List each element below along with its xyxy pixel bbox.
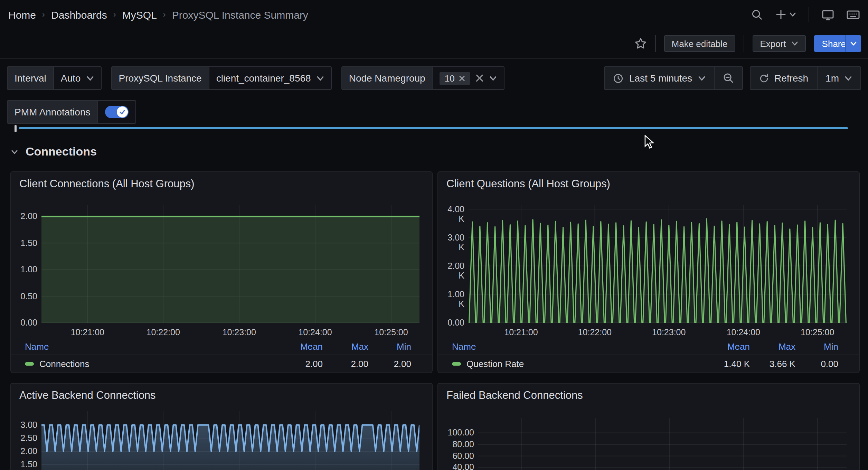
series-color-pill [452,362,461,365]
legend-col-min[interactable]: Min [368,341,411,351]
node-namegroup-label: Node Namegroup [342,67,433,89]
refresh-group: Refresh 1m [749,66,861,90]
panel-client-connections: Client Connections (All Host Groups) Nam… [10,171,433,373]
add-menu-button[interactable] [775,9,796,20]
favorite-button[interactable] [634,37,647,50]
refresh-icon [758,73,769,83]
y-axis-tick-label: 3.00 [12,420,37,430]
series-max: 2.00 [323,358,368,369]
node-namegroup-chip-value: 10 [445,73,455,83]
panel-title[interactable]: Client Connections (All Host Groups) [19,178,195,190]
legend-series[interactable]: Connections [25,358,267,369]
y-axis-tick-label: 0.00 [440,318,464,328]
export-button-label: Export [760,38,786,49]
panel-client-questions: Client Questions (All Host Groups) Name … [437,171,860,373]
pmm-annotations-label: PMM Annotations [8,101,98,123]
zoom-out-button[interactable] [714,67,742,89]
node-namegroup-variable: Node Namegroup 10 [341,66,504,90]
legend-col-name[interactable]: Name [452,341,695,351]
monitor-icon [822,9,834,20]
legend-col-max[interactable]: Max [323,341,368,351]
chevron-down-icon [789,11,796,18]
legend-col-name[interactable]: Name [25,341,267,351]
y-axis-tick-label: 2.00 [12,446,37,456]
x-axis-tick-label: 10:24:00 [719,328,767,337]
timeline-tick [15,125,17,132]
breadcrumb-home[interactable]: Home [8,9,36,20]
share-split-button: Share [814,35,861,52]
panel-active-backend-connections: Active Backend Connections 3.002.502.001… [10,383,433,470]
panel-title[interactable]: Active Backend Connections [19,389,156,402]
y-axis-tick-label: 40.00 [440,463,474,470]
y-axis-tick-label: 4.00 K [440,204,464,214]
proxysql-instance-select[interactable]: client_container_8568 [209,67,331,89]
annotation-timeline [19,127,848,129]
chart-client-questions[interactable] [469,205,847,323]
time-range-picker[interactable]: Last 5 minutes [605,67,714,89]
clear-selection-button[interactable] [475,74,484,82]
chart-active-backend-connections[interactable] [41,411,419,470]
x-axis-tick-label: 10:23:00 [215,328,263,337]
y-axis-tick-label: 1.50 [12,238,37,248]
node-namegroup-chip[interactable]: 10 [440,72,470,85]
chart-client-connections[interactable] [41,205,419,323]
keyboard-icon [847,9,860,20]
x-axis-tick-label: 10:21:00 [63,328,112,337]
y-axis-tick-label: 1.00 [12,265,37,274]
make-editable-button[interactable]: Make editable [664,35,735,52]
interval-select[interactable]: Auto [54,67,101,89]
search-icon [751,9,763,20]
toggle-knob [116,106,128,118]
kiosk-mode-button[interactable] [822,9,834,20]
keyboard-shortcuts-button[interactable] [847,9,860,20]
breadcrumb-separator-icon: › [42,10,45,19]
series-name-label: Question Rate [466,358,524,369]
x-axis-tick-label: 10:25:00 [793,328,842,337]
close-icon[interactable] [459,75,465,81]
x-axis-tick-label: 10:25:00 [367,328,415,337]
dashboard-controls: Interval Auto ProxySQL Instance client_c… [0,66,868,90]
chevron-down-icon [317,74,324,82]
series-min: 2.00 [368,358,411,369]
legend-row: Question Rate 1.40 K 3.66 K 0.00 [438,355,859,373]
legend-col-min[interactable]: Min [795,341,838,351]
pmm-annotations-toggle-wrap [98,101,135,123]
legend-col-mean[interactable]: Mean [695,341,750,351]
search-button[interactable] [751,9,763,20]
time-picker-group: Last 5 minutes [604,66,743,90]
panel-title[interactable]: Client Questions (All Host Groups) [446,178,610,190]
legend-col-max[interactable]: Max [750,341,795,351]
y-axis-tick-label: 2.50 [12,433,37,443]
panel-title[interactable]: Failed Backend Connections [446,389,583,402]
zoom-out-icon [723,73,734,84]
breadcrumb: Home › Dashboards › MySQL › ProxySQL Ins… [8,9,308,20]
breadcrumb-mysql[interactable]: MySQL [122,9,157,20]
refresh-interval-select[interactable]: 1m [817,67,860,89]
chevron-down-icon [86,74,94,82]
refresh-button[interactable]: Refresh [750,67,817,89]
y-axis-tick-label: 0.50 [12,291,37,301]
share-menu-button[interactable] [845,35,861,52]
grafana-app: Home › Dashboards › MySQL › ProxySQL Ins… [0,0,868,470]
chevron-down-icon [845,74,852,82]
row-connections[interactable]: Connections [10,145,97,159]
x-axis-tick-label: 10:24:00 [291,328,339,337]
x-axis-tick-label: 10:23:00 [645,328,693,337]
y-axis-tick-label: 3.00 K [440,233,464,242]
breadcrumb-dashboards[interactable]: Dashboards [51,9,107,20]
node-namegroup-select[interactable]: 10 [433,67,504,89]
legend-col-mean[interactable]: Mean [267,341,323,351]
panel-failed-backend-connections: Failed Backend Connections 100.0080.0060… [437,383,860,470]
x-axis-tick-label: 10:22:00 [570,328,619,337]
proxysql-instance-value: client_container_8568 [216,73,311,84]
breadcrumb-current-dashboard: ProxySQL Instance Summary [172,9,308,20]
export-button[interactable]: Export [752,35,806,52]
dashboard-toolbar: Make editable Export Share [0,29,868,59]
pmm-annotations-toggle[interactable] [105,106,128,118]
chevron-down-icon [489,74,497,82]
proxysql-instance-variable: ProxySQL Instance client_container_8568 [111,66,331,90]
close-icon [475,74,484,82]
chevron-down-icon [792,40,799,47]
chart-failed-backend-connections[interactable] [478,418,847,470]
legend-series[interactable]: Question Rate [452,358,695,369]
